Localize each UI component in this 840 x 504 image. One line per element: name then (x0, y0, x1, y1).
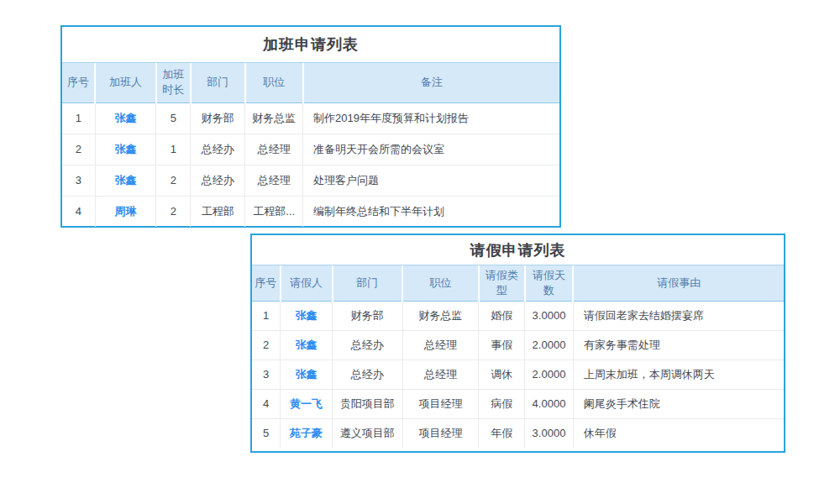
dept-cell: 遵义项目部 (333, 418, 403, 448)
employee-name-link[interactable]: 张鑫 (296, 339, 318, 351)
employee-name-link[interactable]: 张鑫 (114, 174, 136, 186)
note-cell: 准备明天开会所需的会议室 (303, 134, 560, 165)
table-row: 4 黄一飞 贵阳项目部 项目经理 病假 4.0000 阑尾炎手术住院 (252, 389, 784, 418)
reason-cell: 阑尾炎手术住院 (573, 389, 784, 418)
position-cell: 财务总监 (402, 301, 479, 330)
seq-cell: 5 (252, 418, 281, 448)
duration-cell: 1 (156, 134, 191, 165)
table-row: 4 周琳 2 工程部 工程部... 编制年终总结和下半年计划 (62, 196, 559, 227)
table-row: 3 张鑫 2 总经办 总经理 处理客户问题 (62, 165, 559, 196)
position-cell: 总经理 (402, 360, 479, 389)
reason-cell: 请假回老家去结婚摆宴席 (573, 301, 784, 330)
leave-days-cell: 4.0000 (525, 389, 574, 418)
leave-col-header-position: 职位 (402, 265, 479, 301)
leave-table-title: 请假申请列表 (252, 235, 784, 265)
employee-name-link[interactable]: 张鑫 (114, 143, 136, 155)
position-cell: 总经理 (245, 134, 303, 165)
seq-cell: 4 (62, 196, 95, 227)
person-cell: 周琳 (95, 196, 156, 227)
dept-cell: 总经办 (333, 360, 403, 389)
overtime-col-header-dept: 部门 (191, 63, 245, 102)
overtime-table: 序号 加班人 加班时长 部门 职位 备注 1 张鑫 5 财务部 财务总监 制作2… (62, 63, 559, 227)
leave-days-cell: 2.0000 (525, 330, 574, 360)
dept-cell: 财务部 (333, 301, 403, 330)
person-cell: 张鑫 (95, 165, 156, 196)
seq-cell: 3 (252, 360, 281, 389)
leave-table: 序号 请假人 部门 职位 请假类型 请假天数 请假事由 1 张鑫 财务部 财务总… (252, 265, 784, 448)
position-cell: 总经理 (402, 330, 479, 360)
dept-cell: 总经办 (191, 134, 245, 165)
duration-cell: 5 (156, 102, 191, 134)
employee-name-link[interactable]: 张鑫 (296, 368, 318, 381)
table-row: 1 张鑫 5 财务部 财务总监 制作2019年年度预算和计划报告 (62, 102, 559, 134)
seq-cell: 3 (62, 165, 95, 196)
leave-days-cell: 3.0000 (525, 418, 574, 448)
leave-header-row: 序号 请假人 部门 职位 请假类型 请假天数 请假事由 (252, 265, 784, 301)
seq-cell: 2 (62, 134, 95, 165)
leave-col-header-seq: 序号 (252, 265, 281, 301)
employee-name-link[interactable]: 张鑫 (114, 112, 136, 124)
note-cell: 编制年终总结和下半年计划 (303, 196, 560, 227)
overtime-col-header-position: 职位 (245, 63, 303, 102)
duration-cell: 2 (156, 196, 191, 227)
page: 加班申请列表 序号 加班人 加班时长 部门 职位 备注 1 张鑫 (0, 0, 840, 504)
employee-name-link[interactable]: 张鑫 (296, 309, 318, 322)
employee-name-link[interactable]: 周琳 (114, 205, 136, 218)
dept-cell: 工程部 (191, 196, 245, 227)
dept-cell: 贵阳项目部 (333, 389, 403, 418)
dept-cell: 总经办 (333, 330, 403, 360)
note-cell: 制作2019年年度预算和计划报告 (303, 102, 560, 134)
leave-type-cell: 年假 (479, 418, 525, 448)
leave-col-header-dept: 部门 (333, 265, 403, 301)
position-cell: 项目经理 (402, 418, 479, 448)
seq-cell: 1 (252, 301, 281, 330)
leave-type-cell: 婚假 (479, 301, 525, 330)
leave-col-header-reason: 请假事由 (573, 265, 784, 301)
table-row: 1 张鑫 财务部 财务总监 婚假 3.0000 请假回老家去结婚摆宴席 (252, 301, 784, 330)
position-cell: 总经理 (245, 165, 303, 196)
leave-col-header-days: 请假天数 (525, 265, 574, 301)
seq-cell: 1 (62, 102, 95, 134)
leave-col-header-type: 请假类型 (479, 265, 525, 301)
leave-type-cell: 调休 (479, 360, 525, 389)
leave-type-cell: 病假 (479, 389, 525, 418)
note-cell: 处理客户问题 (303, 165, 560, 196)
person-cell: 黄一飞 (281, 389, 333, 418)
table-row: 2 张鑫 总经办 总经理 事假 2.0000 有家务事需处理 (252, 330, 784, 360)
employee-name-link[interactable]: 黄一飞 (290, 397, 323, 410)
table-row: 5 苑子豪 遵义项目部 项目经理 年假 3.0000 休年假 (252, 418, 784, 448)
overtime-col-header-seq: 序号 (62, 63, 95, 102)
leave-table-card: 请假申请列表 序号 请假人 部门 职位 请假类型 请假天数 请假事由 (250, 234, 785, 453)
dept-cell: 财务部 (191, 102, 245, 134)
person-cell: 张鑫 (95, 102, 156, 134)
leave-col-header-person: 请假人 (281, 265, 333, 301)
leave-days-cell: 3.0000 (525, 301, 574, 330)
position-cell: 项目经理 (402, 389, 479, 418)
leave-type-cell: 事假 (479, 330, 525, 360)
overtime-table-card: 加班申请列表 序号 加班人 加班时长 部门 职位 备注 1 张鑫 (60, 25, 561, 228)
leave-days-cell: 2.0000 (525, 360, 574, 389)
reason-cell: 有家务事需处理 (573, 330, 784, 360)
position-cell: 财务总监 (245, 102, 303, 134)
person-cell: 张鑫 (281, 330, 333, 360)
overtime-col-header-note: 备注 (303, 63, 560, 102)
overtime-table-title: 加班申请列表 (62, 27, 559, 63)
employee-name-link[interactable]: 苑子豪 (290, 427, 323, 439)
overtime-header-row: 序号 加班人 加班时长 部门 职位 备注 (62, 63, 559, 102)
overtime-col-header-duration: 加班时长 (156, 63, 191, 102)
person-cell: 张鑫 (95, 134, 156, 165)
person-cell: 苑子豪 (281, 418, 333, 448)
table-row: 3 张鑫 总经办 总经理 调休 2.0000 上周末加班，本周调休两天 (252, 360, 784, 389)
duration-cell: 2 (156, 165, 191, 196)
reason-cell: 休年假 (573, 418, 784, 448)
table-row: 2 张鑫 1 总经办 总经理 准备明天开会所需的会议室 (62, 134, 559, 165)
position-cell: 工程部... (245, 196, 303, 227)
reason-cell: 上周末加班，本周调休两天 (573, 360, 784, 389)
person-cell: 张鑫 (281, 301, 333, 330)
seq-cell: 2 (252, 330, 281, 360)
person-cell: 张鑫 (281, 360, 333, 389)
overtime-col-header-person: 加班人 (95, 63, 156, 102)
dept-cell: 总经办 (191, 165, 245, 196)
seq-cell: 4 (252, 389, 281, 418)
